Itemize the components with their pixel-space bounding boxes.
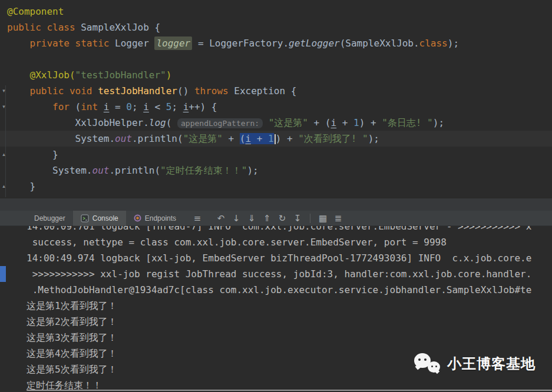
- code-token: [263, 117, 269, 128]
- code-token: 0: [126, 101, 132, 112]
- code-line[interactable]: @Component: [0, 4, 552, 19]
- pin-to-bottom-icon[interactable]: ↧: [290, 213, 305, 224]
- wechat-eye: [431, 366, 433, 367]
- scroll-to-bottom-icon[interactable]: ⇓: [244, 213, 259, 224]
- code-token: logger: [154, 36, 192, 50]
- code-token: (SampleXxlJob.: [340, 38, 419, 49]
- code-line[interactable]: @XxlJob("testJobHandler"): [0, 67, 552, 83]
- soft-wrap-icon[interactable]: ▦: [315, 213, 330, 224]
- view-options-icon[interactable]: ≣: [330, 213, 346, 224]
- console-line: 这是第3次看到我了！: [27, 330, 552, 346]
- code-token: @XxlJob: [30, 69, 70, 81]
- code-token: SampleXxlJob {: [75, 22, 161, 33]
- code-token: );: [368, 133, 379, 144]
- code-editor[interactable]: @Componentpublic class SampleXxlJob { pr…: [0, 0, 552, 198]
- code-token: testJobHandler: [98, 85, 177, 97]
- code-token: "这是第": [269, 117, 308, 128]
- code-token: i: [183, 101, 189, 112]
- tab-endpoints[interactable]: Endpoints: [126, 211, 184, 226]
- code-token: appendLogPattern:: [177, 118, 263, 128]
- code-line[interactable]: XxlJobHelper.log( appendLogPattern: "这是第…: [0, 115, 552, 131]
- code-token: i: [143, 101, 149, 112]
- code-line[interactable]: public class SampleXxlJob {: [0, 19, 552, 35]
- code-token: =: [109, 101, 126, 112]
- code-token: "次看到我了! ": [298, 133, 368, 144]
- code-token: XxlJobHelper.: [75, 117, 149, 128]
- code-token: 5: [166, 101, 172, 112]
- code-token: +: [336, 117, 353, 128]
- rerun-icon[interactable]: ↶: [213, 213, 229, 224]
- code-token: [7, 165, 52, 176]
- code-token: public class: [7, 22, 75, 33]
- console-line: .MethodJobHandler@1934ad7c[class com.xxl…: [27, 282, 552, 298]
- tab-console[interactable]: Console: [73, 211, 126, 226]
- code-token: out: [115, 133, 132, 144]
- code-line[interactable]: [0, 51, 552, 67]
- console-horizontal-scrollbar[interactable]: [27, 390, 552, 391]
- code-area: @Componentpublic class SampleXxlJob { pr…: [0, 4, 552, 194]
- code-line[interactable]: System.out.println("这是第" + (i + 1) + "次看…: [0, 131, 552, 147]
- code-token: ): [276, 133, 282, 144]
- code-token: throws: [194, 85, 229, 97]
- code-token: .println(: [132, 133, 183, 144]
- code-token: [7, 69, 30, 81]
- code-token: [7, 38, 30, 49]
- code-token: (): [177, 85, 194, 97]
- code-token: "testJobHandler": [75, 69, 166, 81]
- code-token: + (: [308, 117, 331, 128]
- code-token: }: [7, 149, 58, 160]
- code-token: (: [70, 101, 81, 112]
- code-token: Exception {: [229, 85, 297, 97]
- code-token: [7, 133, 75, 144]
- code-token: "这是第": [183, 133, 223, 144]
- code-token: 1: [353, 117, 359, 128]
- wechat-icon: [414, 352, 441, 376]
- code-token: getLogger: [289, 38, 340, 49]
- toolbar-separator: [310, 214, 310, 223]
- console-line: 14:00:09.701 logback [Thread-7] INFO com…: [27, 226, 552, 234]
- watermark-text: 小王博客基地: [447, 354, 536, 373]
- code-line[interactable]: }: [0, 178, 552, 194]
- code-token: System.: [52, 165, 92, 176]
- code-token: );: [433, 117, 444, 128]
- code-token: <: [149, 101, 166, 112]
- code-line[interactable]: for (int i = 0; i < 5; i++) {: [0, 99, 552, 115]
- code-token: i: [104, 101, 110, 112]
- console-gutter-marker: [0, 266, 6, 282]
- toolwindow-tabbar: Debugger Console Endpoints ≡ ↶↓⇓⇑↻↧▦: [0, 211, 552, 226]
- code-token: ): [166, 69, 172, 81]
- console-toolbar: ↶↓⇓⇑↻↧▦≣: [213, 213, 346, 224]
- tab-debugger[interactable]: Debugger: [27, 211, 73, 226]
- code-token: log: [149, 117, 166, 128]
- wechat-eye: [418, 358, 421, 361]
- tab-debugger-label: Debugger: [34, 214, 65, 222]
- step-down-icon[interactable]: ↓: [229, 213, 244, 224]
- code-token: (: [166, 117, 177, 128]
- code-line[interactable]: public void testJobHandler() throws Exce…: [0, 83, 552, 99]
- console-line: 这是第1次看到我了！: [27, 298, 552, 314]
- fold-marker-icon[interactable]: ▾: [1, 83, 7, 99]
- code-line[interactable]: System.out.println("定时任务结束！！");: [0, 162, 552, 178]
- code-token: );: [448, 38, 459, 49]
- refresh-icon[interactable]: ↻: [275, 213, 290, 224]
- code-token: ;: [132, 101, 143, 112]
- code-token: .println(: [109, 165, 160, 176]
- fold-marker-icon[interactable]: ▴: [1, 147, 7, 162]
- scroll-to-top-icon[interactable]: ⇑: [259, 213, 275, 224]
- fold-marker-icon[interactable]: ▾: [1, 99, 7, 115]
- code-token: for: [52, 101, 70, 112]
- fold-marker-icon[interactable]: ▴: [1, 178, 7, 194]
- code-token: "条日志! ": [382, 117, 433, 128]
- code-token: @Component: [7, 6, 64, 17]
- code-token: [7, 85, 30, 97]
- code-token: +: [251, 133, 268, 144]
- console-line: 14:00:49.974 logback [xxl-job, EmbedServ…: [27, 250, 552, 266]
- editor-console-splitter[interactable]: [0, 198, 552, 211]
- toolwindow-options-menu-icon[interactable]: ≡: [190, 213, 205, 224]
- code-token: class: [419, 38, 448, 49]
- wechat-eye: [424, 358, 427, 361]
- code-line[interactable]: }: [0, 147, 552, 162]
- watermark: 小王博客基地: [414, 352, 536, 376]
- code-line[interactable]: private static Logger logger = LoggerFac…: [0, 35, 552, 51]
- code-token: ++) {: [189, 101, 217, 112]
